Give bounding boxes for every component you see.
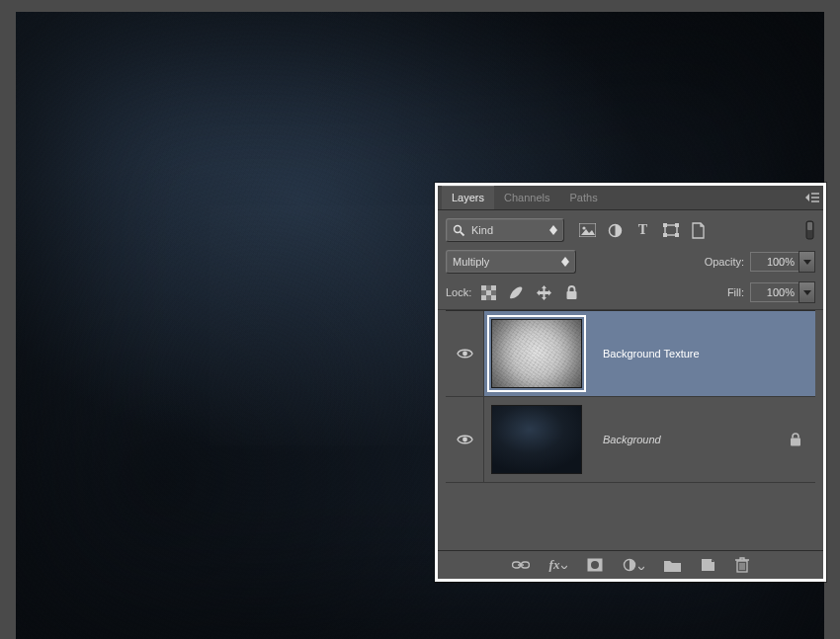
layers-empty-area[interactable] (446, 483, 815, 546)
filter-toggle-switch[interactable] (804, 220, 815, 240)
filter-adjustment-icon[interactable] (606, 221, 625, 240)
svg-rect-14 (491, 285, 496, 290)
layer-thumbnail[interactable] (491, 319, 582, 388)
layer-row[interactable]: Background (446, 397, 815, 483)
svg-point-0 (455, 225, 462, 232)
layers-panel: Layers Channels Paths Kind (435, 183, 826, 582)
filter-text-icon[interactable]: T (633, 221, 652, 240)
updown-icon (549, 225, 557, 235)
svg-rect-13 (481, 285, 486, 290)
svg-rect-17 (491, 295, 496, 300)
filter-kind-select[interactable]: Kind (446, 218, 564, 242)
svg-rect-18 (567, 291, 577, 299)
svg-rect-21 (791, 439, 800, 446)
filter-shape-icon[interactable] (661, 221, 680, 240)
layer-name[interactable]: Background (603, 434, 780, 445)
svg-point-26 (591, 561, 599, 569)
layer-lock-icon (790, 433, 801, 446)
tab-paths[interactable]: Paths (560, 187, 608, 209)
layer-fx-icon[interactable]: fx (549, 557, 568, 573)
eye-icon (457, 434, 473, 445)
layer-thumbnail[interactable] (491, 405, 582, 474)
fill-input[interactable]: 100% (750, 281, 815, 303)
app-stage: Layers Channels Paths Kind (0, 0, 840, 639)
tab-layers[interactable]: Layers (442, 186, 494, 209)
svg-rect-16 (481, 295, 486, 300)
filter-row: Kind T (446, 218, 815, 242)
filter-kind-label: Kind (471, 224, 493, 236)
svg-rect-11 (807, 222, 812, 230)
blend-row: Multiply Opacity: 100% (446, 250, 815, 274)
panel-footer: fx (438, 550, 823, 579)
lock-all-icon[interactable] (562, 283, 581, 302)
lock-row: Lock: (446, 281, 815, 303)
svg-line-1 (461, 231, 464, 235)
lock-pixels-icon[interactable] (507, 283, 526, 302)
search-icon (453, 224, 465, 237)
opacity-value[interactable]: 100% (750, 252, 798, 272)
svg-rect-9 (675, 233, 679, 237)
filter-type-buttons: T (578, 221, 708, 240)
layers-list: Background Texture Background (446, 310, 815, 546)
panel-menu-icon[interactable] (805, 193, 819, 202)
opacity-input[interactable]: 100% (750, 251, 815, 273)
eye-icon (457, 348, 473, 359)
delete-layer-icon[interactable] (735, 557, 749, 573)
lock-transparency-icon[interactable] (479, 283, 498, 302)
layer-row[interactable]: Background Texture (446, 311, 815, 397)
panel-tab-bar: Layers Channels Paths (438, 186, 823, 210)
opacity-dropdown-icon[interactable] (798, 251, 815, 273)
blend-mode-value: Multiply (453, 256, 489, 268)
fill-label: Fill: (727, 286, 744, 298)
lock-position-icon[interactable] (535, 283, 553, 302)
layer-visibility-toggle[interactable] (446, 397, 484, 482)
layer-visibility-toggle[interactable] (446, 311, 484, 396)
filter-smartobject-icon[interactable] (689, 221, 708, 240)
new-layer-icon[interactable] (701, 558, 715, 572)
svg-rect-6 (663, 223, 667, 227)
svg-point-19 (462, 352, 467, 357)
new-adjustment-icon[interactable] (623, 558, 644, 572)
new-group-icon[interactable] (664, 559, 681, 572)
updown-icon (561, 257, 569, 267)
layer-name[interactable]: Background Texture (603, 348, 815, 359)
panel-body: Kind T (438, 210, 823, 550)
filter-pixel-icon[interactable] (578, 221, 597, 240)
fill-dropdown-icon[interactable] (798, 281, 815, 303)
link-layers-icon[interactable] (512, 560, 530, 570)
svg-rect-8 (663, 233, 667, 237)
fill-value[interactable]: 100% (750, 282, 798, 302)
svg-rect-7 (675, 223, 679, 227)
add-mask-icon[interactable] (587, 558, 603, 572)
svg-point-20 (462, 438, 467, 442)
opacity-label: Opacity: (705, 256, 744, 268)
lock-label: Lock: (446, 286, 471, 298)
svg-rect-15 (486, 290, 491, 295)
svg-point-3 (582, 226, 585, 229)
tab-channels[interactable]: Channels (494, 187, 559, 209)
blend-mode-select[interactable]: Multiply (446, 250, 576, 274)
